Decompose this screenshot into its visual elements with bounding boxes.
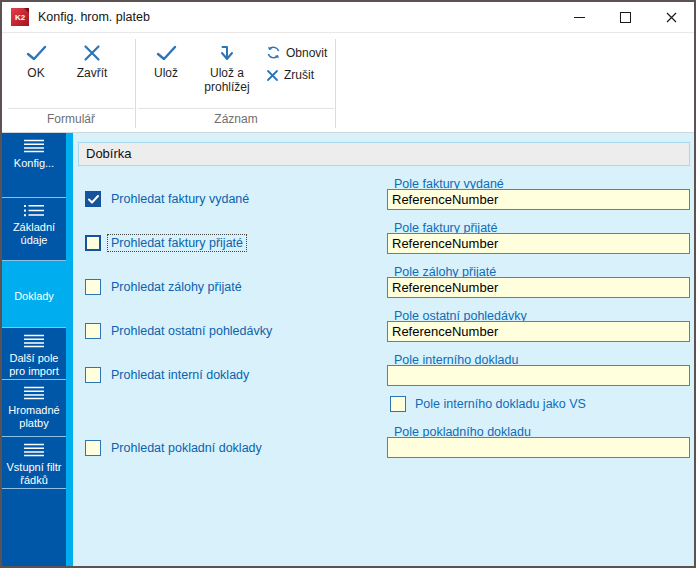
sidebar-item-label: Další pole pro import — [6, 352, 62, 378]
window-title: Konfig. hrom. plateb — [38, 10, 150, 24]
sidebar: Konfig... Základní údaje Doklady Další p… — [2, 133, 66, 566]
field-input-pole-interniho-dokladu[interactable] — [387, 365, 690, 386]
window-controls — [556, 2, 694, 32]
checkbox-prohledat-faktury-vydane[interactable]: Prohledat faktury vydané — [85, 190, 249, 208]
menu-icon — [23, 443, 45, 457]
ok-button-label: OK — [27, 66, 44, 80]
checkbox-box — [390, 396, 406, 412]
checkbox-box — [85, 235, 101, 251]
checkbox-label: Prohledat faktury přijaté — [108, 235, 246, 251]
maximize-button[interactable] — [602, 2, 648, 32]
menu-icon — [23, 386, 45, 400]
refresh-button-label: Obnovit — [286, 46, 327, 60]
field-input-pole-faktury-vydane[interactable] — [387, 189, 690, 210]
field-input-pole-pokladniho-dokladu[interactable] — [387, 437, 690, 458]
sidebar-item-dalsi-pole-pro-import[interactable]: Další pole pro import — [2, 328, 66, 380]
check-icon — [154, 44, 178, 62]
refresh-button[interactable]: Obnovit — [266, 45, 327, 60]
checkbox-box — [85, 323, 101, 339]
checkbox-label: Prohledat ostatní pohledávky — [111, 324, 272, 338]
field-input-pole-faktury-prijate[interactable] — [387, 233, 690, 254]
window-body: Konfig... Základní údaje Doklady Další p… — [2, 133, 694, 566]
close-form-button[interactable]: Zavřít — [64, 35, 120, 80]
save-browse-icon — [216, 44, 238, 62]
sidebar-accent-strip — [66, 133, 73, 566]
section-header: Dobírka — [78, 142, 690, 166]
cancel-button-label: Zrušit — [284, 68, 314, 82]
checkbox-label: Prohledat pokladní doklady — [111, 441, 262, 455]
sidebar-filler — [2, 489, 66, 566]
save-and-browse-button-label: Ulož a prohlížej — [194, 66, 260, 94]
refresh-icon — [266, 45, 281, 60]
ribbon-group-label: Záznam — [138, 108, 334, 132]
sidebar-item-doklady[interactable]: Doklady — [2, 261, 66, 328]
sidebar-item-konfig[interactable]: Konfig... — [2, 133, 66, 198]
checkbox-prohledat-zalohy-prijate[interactable]: Prohledat zálohy přijaté — [85, 278, 242, 296]
close-button[interactable] — [648, 2, 694, 32]
sidebar-item-vstupni-filtr-radku[interactable]: Vstupní filtr řádků — [2, 437, 66, 489]
checkbox-prohledat-faktury-prijate[interactable]: Prohledat faktury přijaté — [85, 234, 246, 252]
menu-icon — [23, 334, 45, 348]
field-input-pole-zalohy-prijate[interactable] — [387, 277, 690, 298]
checkbox-box — [85, 367, 101, 383]
ribbon-separator — [335, 39, 336, 128]
ribbon-toolbar: OK Zavřít Formulář Ulož — [2, 32, 694, 133]
close-icon — [82, 44, 102, 62]
checkbox-label: Prohledat faktury vydané — [111, 192, 249, 206]
field-input-pole-ostatni-pohledavky[interactable] — [387, 321, 690, 342]
check-icon — [88, 195, 99, 204]
check-icon — [24, 44, 48, 62]
sidebar-item-hromadne-platby[interactable]: Hromadné platby — [2, 380, 66, 437]
close-form-button-label: Zavřít — [77, 66, 108, 80]
checkbox-prohledat-interni-doklady[interactable]: Prohledat interní doklady — [85, 366, 249, 384]
save-button[interactable]: Ulož — [138, 35, 194, 80]
checkbox-label: Pole interního dokladu jako VS — [415, 397, 586, 411]
sidebar-item-label: Doklady — [6, 290, 62, 303]
maximize-icon — [620, 12, 631, 23]
sidebar-item-zakladni-udaje[interactable]: Základní údaje — [2, 198, 66, 261]
checkbox-pole-interniho-dokladu-jako-vs[interactable]: Pole interního dokladu jako VS — [390, 395, 586, 413]
list-icon — [23, 204, 45, 217]
app-logo-icon: K2 — [11, 8, 29, 26]
save-button-label: Ulož — [154, 66, 178, 80]
close-icon — [666, 12, 677, 23]
save-and-browse-button[interactable]: Ulož a prohlížej — [194, 35, 260, 94]
checkbox-box — [85, 440, 101, 456]
checkbox-label: Prohledat interní doklady — [111, 368, 249, 382]
title-bar: K2 Konfig. hrom. plateb — [2, 2, 694, 32]
minimize-icon — [574, 17, 585, 18]
checkbox-prohledat-ostatni-pohledavky[interactable]: Prohledat ostatní pohledávky — [85, 322, 272, 340]
ribbon-separator — [135, 39, 136, 128]
ok-button[interactable]: OK — [8, 35, 64, 80]
minimize-button[interactable] — [556, 2, 602, 32]
sidebar-item-label: Vstupní filtr řádků — [6, 461, 62, 487]
sidebar-item-label: Hromadné platby — [6, 404, 62, 430]
sidebar-item-label: Základní údaje — [6, 221, 62, 247]
menu-icon — [23, 139, 45, 153]
checkbox-box — [85, 191, 101, 207]
checkbox-label: Prohledat zálohy přijaté — [111, 280, 242, 294]
close-icon — [266, 69, 279, 82]
app-window: K2 Konfig. hrom. plateb — [0, 0, 696, 568]
cancel-button[interactable]: Zrušit — [266, 68, 327, 82]
ribbon-group-zaznam: Ulož Ulož a prohlížej — [138, 35, 334, 132]
content-panel: Dobírka Prohledat faktury vydané Prohled… — [73, 133, 694, 566]
ribbon-group-label: Formulář — [8, 108, 134, 132]
checkbox-box — [85, 279, 101, 295]
ribbon-group-formular: OK Zavřít Formulář — [8, 35, 134, 132]
checkbox-prohledat-pokladni-doklady[interactable]: Prohledat pokladní doklady — [85, 439, 262, 457]
sidebar-item-label: Konfig... — [6, 157, 62, 170]
